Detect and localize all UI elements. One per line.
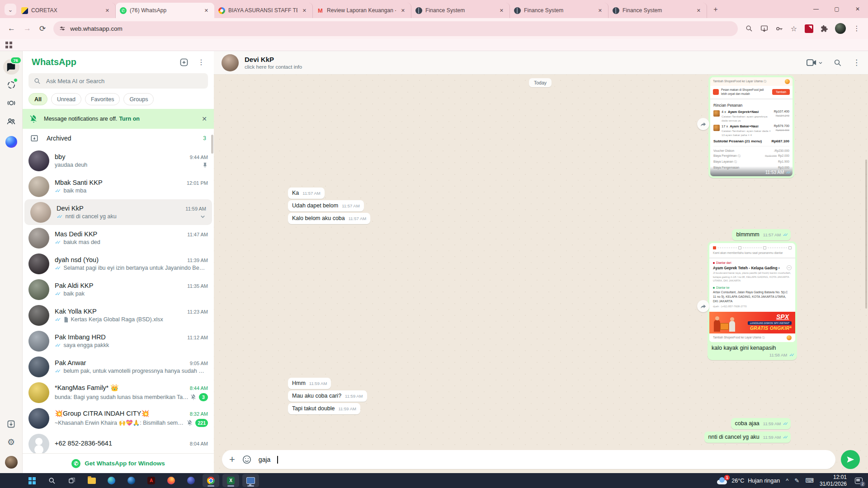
chat-list-item[interactable]: Mas Dedi KKP11:47 AM✓✓baiuk mas ded [23, 225, 214, 251]
incoming-message[interactable]: Ka11:57 AM [288, 188, 325, 199]
reload-button[interactable]: ⟳ [39, 24, 46, 33]
taskbar-outlook[interactable] [123, 474, 140, 487]
chevron-down-icon[interactable] [199, 213, 206, 220]
notification-center-button[interactable]: 2 [853, 476, 864, 486]
filter-chip-all[interactable]: All [28, 93, 47, 105]
tab-close-icon[interactable]: ✕ [399, 7, 407, 14]
settings-icon[interactable]: ⚙ [3, 434, 19, 450]
bookmark-star-icon[interactable]: ☆ [790, 24, 798, 33]
browser-tab[interactable]: Finance System✕ [609, 3, 707, 18]
restore-button[interactable]: ▢ [826, 0, 847, 18]
taskbar-start-button[interactable] [24, 474, 40, 487]
get-windows-app-banner[interactable]: ✆ Get WhatsApp for Windows [23, 453, 214, 473]
browser-tab[interactable]: BIAYA ASURANSI STAFF TERMA✕ [214, 3, 313, 18]
turn-on-link[interactable]: Turn on [119, 116, 140, 122]
new-tab-button[interactable]: + [710, 4, 722, 15]
chat-list-item[interactable]: Mbak Santi KKP12:01 PM✓✓baik mba [23, 174, 214, 199]
emoji-icon[interactable] [242, 455, 252, 465]
chat-list-item[interactable]: Pak Anwar9:05 AM✓✓belum pak, untuk vamot… [23, 354, 214, 380]
browser-tab[interactable]: (76) WhatsApp✕ [116, 3, 214, 18]
conversation-header[interactable]: Devi KkP click here for contact info ⋮ [214, 51, 868, 75]
taskbar-file-explorer[interactable] [83, 474, 100, 487]
outgoing-message[interactable]: nnti di cancel yg aku11:59 AM✓✓ [704, 432, 791, 443]
taskbar-excel[interactable]: X [222, 474, 239, 487]
touch-keyboard-icon[interactable]: ⌨ [805, 477, 814, 484]
tray-expand-icon[interactable]: ^ [786, 477, 788, 484]
communities-nav-icon[interactable] [3, 113, 19, 129]
incoming-message[interactable]: Mau aku coba cari?11:59 AM [288, 390, 367, 402]
filter-chip-favorites[interactable]: Favorites [85, 93, 120, 105]
password-key-icon[interactable] [775, 24, 783, 33]
forward-message-button[interactable] [697, 118, 709, 130]
tab-close-icon[interactable]: ✕ [695, 7, 703, 14]
site-settings-icon[interactable] [59, 25, 66, 32]
profile-avatar[interactable] [5, 456, 18, 469]
chat-list-item[interactable]: +62 852-2836-56418:04 AM [23, 431, 214, 453]
contact-avatar[interactable] [222, 54, 239, 71]
message-input[interactable]: + gaja [222, 450, 835, 469]
order-screenshot-message[interactable]: Tambah ShopeeFood ke Layar Utama ⓘ Pesan… [708, 75, 794, 178]
back-button[interactable]: ← [8, 24, 15, 33]
chat-list-item[interactable]: bby9:44 AMyaudaa deuh [23, 148, 214, 174]
browser-tab[interactable]: Finance System✕ [411, 3, 510, 18]
install-app-icon[interactable] [760, 24, 768, 33]
tab-close-icon[interactable]: ✕ [301, 7, 308, 14]
chat-list-item[interactable]: Pak Aldi KKP11:35 AM✓✓baik pak [23, 277, 214, 302]
tab-search-icon[interactable]: ⌄ [5, 4, 16, 15]
taskbar-chrome[interactable] [203, 474, 219, 487]
extensions-puzzle-icon[interactable] [820, 24, 828, 33]
contact-subtitle[interactable]: click here for contact info [245, 64, 302, 70]
conversation-search-icon[interactable] [834, 59, 842, 67]
taskbar-clock[interactable]: 12:01 31/01/2026 [820, 474, 847, 488]
browser-tab[interactable]: CORETAX✕ [17, 3, 116, 18]
taskbar-firefox[interactable] [163, 474, 179, 487]
incoming-message[interactable]: Kalo belom aku coba11:57 AM [288, 213, 370, 224]
close-button[interactable]: ✕ [847, 0, 868, 18]
chat-list-item[interactable]: 💥Group CITRA INDAH CITY💥8:32 AM~Khasanah… [23, 405, 214, 431]
incoming-message[interactable]: Udah dapet belom11:57 AM [288, 200, 364, 211]
forward-button[interactable]: → [24, 24, 31, 33]
apps-grid-icon[interactable] [5, 42, 12, 48]
browser-tab[interactable]: Finance System✕ [510, 3, 609, 18]
chat-list-item[interactable]: *KangMas Family* 👑8:44 AMbunda: Bagi yan… [23, 380, 214, 405]
browser-profile-avatar[interactable] [835, 23, 846, 34]
taskbar-search-button[interactable] [43, 474, 60, 487]
download-app-icon[interactable] [3, 416, 19, 432]
outgoing-message[interactable]: coba ajaa11:59 AM✓✓ [731, 418, 791, 429]
forward-message-button[interactable] [697, 300, 709, 312]
chat-list-item[interactable]: Devi KkP11:59 AM✓✓nnti di cancel yg aku [24, 199, 212, 225]
attach-plus-icon[interactable]: + [229, 454, 235, 465]
tab-close-icon[interactable]: ✕ [203, 7, 210, 14]
incoming-message[interactable]: Tapi takut double11:59 AM [288, 403, 360, 414]
video-call-icon[interactable] [807, 59, 823, 66]
order-status-message[interactable]: Kami akan memberitahu kamu saat pesananm… [708, 241, 797, 360]
channels-nav-icon[interactable] [3, 95, 19, 111]
minimize-button[interactable]: — [806, 0, 826, 18]
taskbar-edge[interactable] [103, 474, 120, 487]
chat-list-item[interactable]: dyah nsd (You)11:39 AM✓✓Selamat pagi ibu… [23, 251, 214, 277]
incoming-message[interactable]: Hmm11:59 AM [288, 378, 331, 389]
tab-close-icon[interactable]: ✕ [596, 7, 604, 14]
status-nav-icon[interactable] [3, 77, 19, 93]
amd-extension-icon[interactable] [805, 24, 813, 33]
meta-ai-icon[interactable] [5, 136, 17, 148]
taskbar-acrobat[interactable]: A [143, 474, 160, 487]
weather-widget[interactable]: 1 26°C Hujan ringan [716, 477, 780, 484]
browser-menu-icon[interactable]: ⋮ [853, 24, 861, 33]
sidebar-scrollbar[interactable] [211, 135, 213, 154]
pen-icon[interactable]: ✎ [794, 477, 799, 484]
banner-close-icon[interactable]: ✕ [202, 115, 207, 122]
zoom-icon[interactable] [745, 24, 753, 33]
archived-row[interactable]: Archived 3 [23, 129, 214, 148]
sidebar-menu-icon[interactable]: ⋮ [198, 58, 205, 66]
taskbar-remote-desktop[interactable] [242, 474, 259, 487]
new-chat-icon[interactable] [179, 58, 189, 67]
taskbar-teams[interactable] [183, 474, 199, 487]
tab-close-icon[interactable]: ✕ [498, 7, 505, 14]
tab-close-icon[interactable]: ✕ [104, 7, 111, 14]
conversation-scrollbar[interactable] [865, 160, 867, 309]
browser-tab[interactable]: Review Laporan Keuangan - dy✕ [313, 3, 411, 18]
url-bar[interactable]: web.whatsapp.com [53, 21, 738, 36]
filter-chip-unread[interactable]: Unread [51, 93, 81, 105]
chat-list-item[interactable]: Pak Imbang HRD11:12 AM✓✓saya engga pakkk [23, 328, 214, 354]
